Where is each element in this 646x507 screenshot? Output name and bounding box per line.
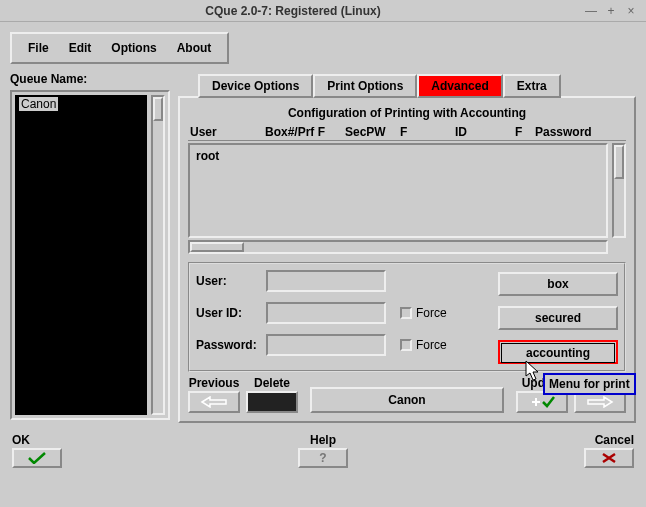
cancel-label: Cancel	[595, 433, 634, 447]
tab-advanced[interactable]: Advanced	[417, 74, 502, 98]
panel-title: Configuration of Printing with Accountin…	[188, 104, 626, 124]
user-label: User:	[196, 274, 266, 288]
userid-force-label: Force	[416, 306, 447, 320]
tab-row: Device Options Print Options Advanced Ex…	[178, 72, 636, 96]
menu-edit[interactable]: Edit	[59, 38, 102, 58]
question-icon: ?	[319, 451, 326, 465]
check-icon	[27, 452, 47, 464]
ok-label: OK	[12, 433, 30, 447]
queue-scrollbar[interactable]	[151, 95, 165, 415]
mode-secured-button[interactable]: secured	[498, 306, 618, 330]
arrow-right-icon	[586, 396, 614, 408]
col-f2: F	[515, 125, 535, 139]
password-label: Password:	[196, 338, 266, 352]
cancel-button[interactable]	[584, 448, 634, 468]
queue-listbox[interactable]: Canon	[10, 90, 170, 420]
accounting-listbox[interactable]: root	[188, 143, 608, 238]
col-password: Password	[535, 125, 624, 139]
help-label: Help	[310, 433, 336, 447]
table-row[interactable]: root	[196, 149, 600, 163]
userid-force-checkbox[interactable]	[400, 307, 412, 319]
x-icon	[601, 452, 617, 464]
col-f1: F	[400, 125, 455, 139]
list-hscrollbar[interactable]	[188, 240, 608, 254]
password-force-checkbox[interactable]	[400, 339, 412, 351]
delete-label: Delete	[254, 376, 290, 390]
delete-button[interactable]	[246, 391, 298, 413]
mode-accounting-label: accounting	[501, 343, 615, 363]
column-headers: User Box#/Prf F SecPW F ID F Password	[188, 124, 626, 141]
col-user: User	[190, 125, 265, 139]
col-f0: F	[318, 125, 325, 139]
userid-label: User ID:	[196, 306, 266, 320]
form-area: User: User ID: Force Passwo	[188, 262, 626, 372]
bottom-row: OK Help ? Cancel	[10, 433, 636, 468]
maximize-icon[interactable]: +	[604, 4, 618, 18]
list-vscrollbar[interactable]	[612, 143, 626, 238]
col-secpw: SecPW	[345, 125, 400, 139]
queue-name-button[interactable]: Canon	[310, 387, 504, 413]
previous-label: Previous	[189, 376, 240, 390]
user-input[interactable]	[266, 270, 386, 292]
tooltip: Menu for print	[543, 373, 636, 395]
ok-button[interactable]	[12, 448, 62, 468]
menu-about[interactable]: About	[167, 38, 222, 58]
plus-check-icon	[528, 395, 556, 409]
tab-extra[interactable]: Extra	[503, 74, 561, 98]
menubar: File Edit Options About	[10, 32, 229, 64]
menu-file[interactable]: File	[18, 38, 59, 58]
col-box: Box#/Prf	[265, 125, 314, 139]
titlebar: CQue 2.0-7: Registered (Linux) — + ×	[0, 0, 646, 22]
tab-print-options[interactable]: Print Options	[313, 74, 417, 98]
queue-label: Queue Name:	[10, 72, 170, 86]
mode-accounting-button[interactable]: accounting	[498, 340, 618, 364]
tab-device-options[interactable]: Device Options	[198, 74, 313, 98]
menu-options[interactable]: Options	[101, 38, 166, 58]
arrow-left-icon	[200, 396, 228, 408]
minimize-icon[interactable]: —	[584, 4, 598, 18]
col-id: ID	[455, 125, 515, 139]
window-title: CQue 2.0-7: Registered (Linux)	[8, 4, 578, 18]
close-icon[interactable]: ×	[624, 4, 638, 18]
mode-box-button[interactable]: box	[498, 272, 618, 296]
previous-button[interactable]	[188, 391, 240, 413]
queue-item-selected[interactable]: Canon	[19, 97, 58, 111]
userid-input[interactable]	[266, 302, 386, 324]
password-force-label: Force	[416, 338, 447, 352]
help-button[interactable]: ?	[298, 448, 348, 468]
password-input[interactable]	[266, 334, 386, 356]
